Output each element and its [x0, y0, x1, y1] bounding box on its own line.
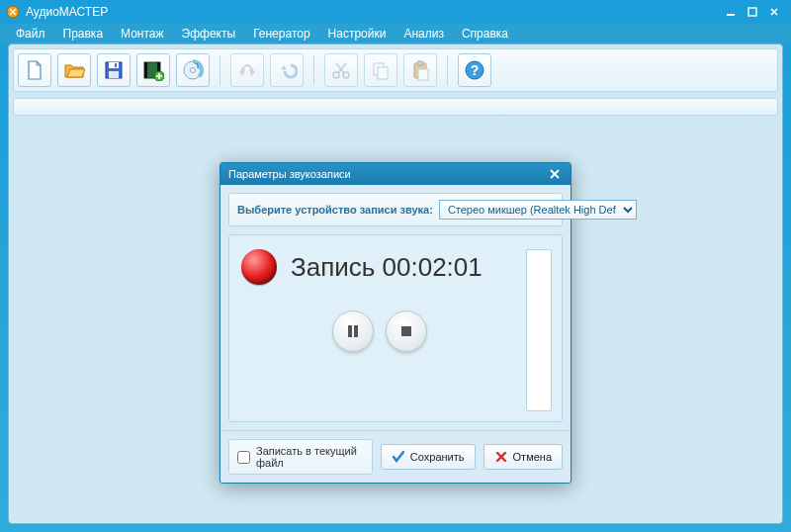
menu-settings[interactable]: Настройки — [320, 25, 395, 43]
write-current-file-label: Записать в текущий файл — [256, 445, 364, 469]
save-dialog-button[interactable]: Сохранить — [381, 444, 476, 470]
svg-rect-5 — [109, 71, 119, 78]
cancel-dialog-label: Отмена — [513, 451, 552, 463]
svg-rect-8 — [144, 62, 147, 78]
recording-label: Запись — [291, 252, 375, 282]
svg-rect-24 — [401, 326, 411, 336]
svg-rect-23 — [354, 325, 358, 337]
app-icon — [6, 5, 20, 19]
menu-analysis[interactable]: Анализ — [396, 25, 452, 43]
minimize-button[interactable] — [720, 3, 742, 21]
write-current-file-checkbox[interactable] — [237, 451, 250, 464]
open-file-button[interactable] — [57, 53, 91, 87]
save-dialog-label: Сохранить — [410, 451, 465, 463]
svg-rect-18 — [417, 61, 423, 65]
scissors-icon — [330, 59, 352, 81]
stop-icon — [398, 323, 414, 339]
paste-icon — [409, 59, 431, 81]
open-folder-icon — [63, 59, 85, 81]
device-row: Выберите устройство записи звука: Стерео… — [228, 193, 563, 226]
toolbar: ? — [13, 48, 778, 92]
device-select[interactable]: Стерео микшер (Realtek High Def — [439, 200, 637, 220]
recording-panel: Запись 00:02:01 — [228, 234, 563, 422]
copy-icon — [370, 59, 392, 81]
toolbar-separator — [313, 55, 314, 85]
svg-point-12 — [191, 68, 196, 73]
close-icon — [550, 169, 560, 179]
dialog-titlebar[interactable]: Параметры звукозаписи — [220, 163, 571, 185]
menu-effects[interactable]: Эффекты — [174, 25, 244, 43]
write-current-file-row[interactable]: Записать в текущий файл — [228, 439, 373, 475]
trim-button[interactable] — [230, 53, 264, 87]
undo-button[interactable] — [270, 53, 304, 87]
menu-edit[interactable]: Правка — [55, 25, 112, 43]
toolbar-separator — [447, 55, 448, 85]
disc-button[interactable] — [176, 53, 210, 87]
recording-time: 00:02:01 — [383, 252, 483, 282]
undo-icon — [276, 59, 298, 81]
dialog-title: Параметры звукозаписи — [228, 168, 351, 180]
save-icon — [103, 59, 125, 81]
pause-icon — [345, 323, 361, 339]
add-video-button[interactable] — [136, 53, 170, 87]
close-button[interactable] — [763, 3, 785, 21]
stop-button[interactable] — [386, 310, 427, 352]
add-video-icon — [142, 59, 164, 81]
app-title: АудиоМАСТЕР — [26, 5, 108, 19]
new-file-button[interactable] — [18, 53, 51, 87]
help-button[interactable]: ? — [458, 53, 491, 87]
toolbar-separator — [220, 55, 220, 85]
svg-rect-2 — [748, 8, 756, 16]
menu-generator[interactable]: Генератор — [245, 25, 317, 43]
cancel-dialog-button[interactable]: Отмена — [483, 444, 563, 470]
app-titlebar: АудиоМАСТЕР — [0, 0, 791, 24]
recording-status: Запись 00:02:01 — [291, 252, 483, 283]
svg-rect-16 — [378, 67, 388, 79]
svg-rect-22 — [348, 325, 352, 337]
copy-button[interactable] — [364, 53, 397, 87]
track-area — [13, 98, 778, 116]
disc-icon — [182, 59, 204, 81]
pause-button[interactable] — [332, 310, 374, 352]
svg-rect-19 — [418, 69, 428, 80]
menu-montage[interactable]: Монтаж — [113, 25, 172, 43]
dialog-footer: Записать в текущий файл Сохранить Отмена — [220, 430, 571, 483]
save-button[interactable] — [97, 53, 131, 87]
help-icon: ? — [464, 59, 485, 81]
dialog-close-button[interactable] — [547, 167, 563, 181]
svg-rect-4 — [109, 62, 119, 68]
menubar: Файл Правка Монтаж Эффекты Генератор Нас… — [0, 24, 791, 44]
cancel-icon — [494, 450, 508, 464]
level-meter — [526, 249, 552, 411]
cut-button[interactable] — [324, 53, 358, 87]
svg-rect-1 — [727, 14, 735, 16]
trim-icon — [236, 59, 258, 81]
record-indicator-icon — [241, 249, 277, 285]
check-icon — [392, 450, 405, 464]
svg-rect-6 — [115, 63, 117, 67]
menu-file[interactable]: Файл — [8, 25, 53, 43]
new-file-icon — [24, 59, 45, 81]
maximize-button[interactable] — [742, 3, 763, 21]
svg-text:?: ? — [471, 62, 480, 78]
paste-button[interactable] — [403, 53, 437, 87]
device-label: Выберите устройство записи звука: — [237, 204, 433, 216]
menu-help[interactable]: Справка — [454, 25, 516, 43]
recording-dialog: Параметры звукозаписи Выберите устройств… — [220, 162, 571, 484]
